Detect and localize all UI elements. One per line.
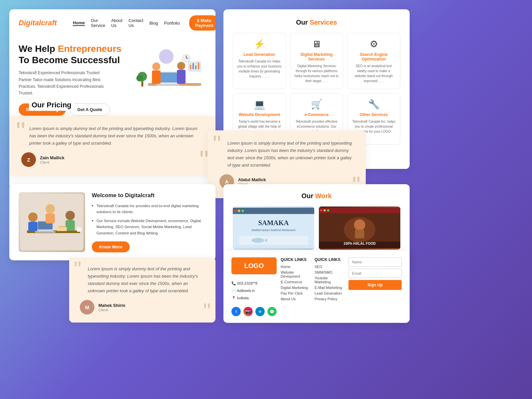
ecommerce-icon: 🛒 [294, 99, 339, 110]
service-title-5: Other Services [351, 112, 396, 117]
footer-quick-links-1: QUICK LINKS Home Website Deviopment E-Co… [281, 257, 311, 316]
avatar-initials-right: A [225, 179, 229, 185]
author-role-bottom: Client [98, 308, 125, 312]
footer-link-web-dev[interactable]: Website Deviopment [281, 270, 311, 278]
svg-rect-26 [28, 222, 38, 231]
footer-link-about[interactable]: About Us [281, 297, 311, 301]
nav-contact[interactable]: Contact Us [128, 18, 143, 28]
footer-email-input[interactable] [348, 269, 402, 278]
svg-rect-32 [59, 226, 65, 227]
testimonial-bottom-text: Lorem Ipsum is simply dummy text of the … [88, 265, 205, 295]
hero-title: We Help Entrepreneurs To Become Successf… [19, 43, 126, 66]
nav-about[interactable]: About Us [111, 18, 122, 28]
svg-rect-12 [188, 62, 201, 71]
footer-link-seo[interactable]: SEO [315, 265, 344, 269]
svg-rect-47 [324, 209, 326, 211]
svg-rect-3 [159, 72, 177, 82]
welcome-list: Teknokraft Canada Inc provides end-to-en… [92, 203, 206, 236]
service-desc-2: SEO is an analytical tool widely used to… [351, 64, 396, 83]
svg-point-11 [136, 75, 143, 81]
footer-link-email-mktg[interactable]: E-Mail Marketing [315, 286, 344, 290]
know-more-button[interactable]: Know More [92, 241, 130, 252]
welcome-point-1: Our Service include Website Deviopment, … [92, 218, 206, 236]
service-seo[interactable]: ⚙ Search Engine Optimization SEO is an a… [347, 33, 400, 89]
footer-links-title-2: QUICK LINKS [315, 257, 344, 262]
svg-rect-28 [46, 213, 55, 223]
quote-close-bottom: " [203, 301, 211, 322]
testimonial-bottom-avatar: M [80, 300, 94, 315]
digital-marketing-icon: 🖥 [294, 39, 339, 50]
testimonial-bottom-card: " Lorem Ipsum is simply dummy text of th… [69, 257, 215, 323]
nav-blog[interactable]: Blog [149, 21, 158, 26]
nav-portfolio[interactable]: Portfolio [164, 21, 180, 26]
svg-rect-24 [35, 231, 56, 233]
footer-link-home[interactable]: Home [281, 265, 311, 269]
svg-rect-38 [241, 209, 244, 212]
instagram-icon[interactable]: 📷 [243, 307, 253, 316]
footer-link-digital-mktg[interactable]: Digital Marketing [281, 286, 311, 290]
other-services-icon: 🔧 [351, 99, 396, 110]
footer-contact: 📞 003-2328**8 ✉️ Adibweb.in 📍 kolkata. [231, 280, 277, 302]
work-grid: SAMAKA Mediterranean Seafood Restaurant [233, 206, 400, 250]
welcome-card: Welcome to Digitalcraft Teknokraft Canad… [9, 184, 215, 260]
footer-link-youtube[interactable]: Youtube Marketing [315, 276, 344, 284]
footer-link-lead-gen[interactable]: Lead Generation [315, 291, 344, 295]
brand-logo[interactable]: Digitalcraft [19, 19, 57, 27]
seo-icon: ⚙ [351, 39, 396, 50]
footer-link-smm[interactable]: SMM/SMO [315, 270, 344, 274]
service-title-3: Website Development [237, 112, 282, 117]
footer-link-pay-per-click[interactable]: Pay Per Click [281, 291, 311, 295]
avatar-initials-bottom: M [85, 305, 89, 310]
telegram-icon[interactable]: ✈ [255, 307, 265, 316]
footer-name-input[interactable] [348, 257, 402, 267]
welcome-point-0: Teknokraft Canada Inc provides end-to-en… [92, 203, 206, 215]
hero-illustration [126, 43, 206, 110]
footer-form-col: Sign Up [348, 257, 402, 316]
footer-signup-button[interactable]: Sign Up [348, 280, 402, 290]
facebook-icon[interactable]: f [231, 307, 241, 316]
svg-point-7 [177, 62, 185, 70]
make-payment-button[interactable]: $ Make Payment [189, 15, 215, 31]
hero-svg [128, 47, 204, 106]
footer-card: LOGO 📞 003-2328**8 ✉️ Adibweb.in 📍 kolka… [223, 251, 410, 323]
footer-social: f 📷 ✈ 💬 [231, 307, 277, 316]
svg-text:100% HALAL FOOD: 100% HALAL FOOD [343, 242, 376, 245]
svg-rect-8 [177, 70, 186, 84]
footer-link-privacy[interactable]: Privacy Policy [315, 297, 344, 301]
footer-logo-col: LOGO 📞 003-2328**8 ✉️ Adibweb.in 📍 kolka… [231, 257, 277, 316]
our-pricing-label: Our Pricing [29, 99, 74, 111]
svg-rect-45 [319, 208, 400, 213]
footer-link-ecommerce[interactable]: E-Commerce [281, 280, 311, 284]
work-title: Our Work [233, 192, 400, 200]
testimonial-right-text: Lorem Ipsum is simply dummy text of the … [227, 140, 354, 169]
service-title-2: Search Engine Optimization [351, 52, 396, 62]
svg-rect-33 [77, 227, 81, 232]
navigation: Digitalcraft Home Our Service About Us C… [9, 9, 215, 37]
svg-rect-46 [320, 209, 323, 211]
quote-open-left: " [16, 118, 25, 145]
testimonial-left-author: Z Zain Mallick Client [21, 152, 203, 167]
avatar-initials: Z [27, 157, 30, 163]
welcome-title: Welcome to Digitalcraft [92, 192, 206, 199]
author-info-bottom: Mahek Shirin Client [98, 303, 125, 312]
nav-home[interactable]: Home [73, 20, 85, 26]
service-lead-gen[interactable]: ⚡ Lead Generation Teknokraft Canada Inc … [233, 33, 286, 89]
services-title: Our Services [233, 19, 400, 26]
testimonial-bottom-author: M Mahek Shirin Client [80, 300, 205, 315]
welcome-text-content: Welcome to Digitalcraft Teknokraft Canad… [92, 192, 206, 252]
service-desc-1: Digital Marketing Services through its v… [294, 64, 339, 83]
svg-text:SAMAKA: SAMAKA [258, 219, 289, 226]
service-title-4: e-Commerce [294, 112, 339, 117]
whatsapp-icon[interactable]: 💬 [267, 307, 277, 316]
work-item-0[interactable]: SAMAKA Mediterranean Seafood Restaurant [233, 206, 314, 250]
author-name-left: Zain Mallick [40, 155, 65, 160]
svg-rect-30 [66, 220, 75, 231]
service-digital-marketing[interactable]: 🖥 Digital Marketing Services Digital Mar… [290, 33, 343, 89]
quote-open-bottom: " [74, 259, 81, 280]
get-quote-button[interactable]: Get A Quote [70, 103, 110, 116]
svg-rect-36 [234, 209, 237, 212]
work-item-1[interactable]: 100% HALAL FOOD [319, 206, 400, 250]
svg-rect-52 [355, 230, 364, 238]
testimonial-left-avatar: Z [21, 152, 36, 167]
nav-service[interactable]: Our Service [91, 18, 105, 28]
